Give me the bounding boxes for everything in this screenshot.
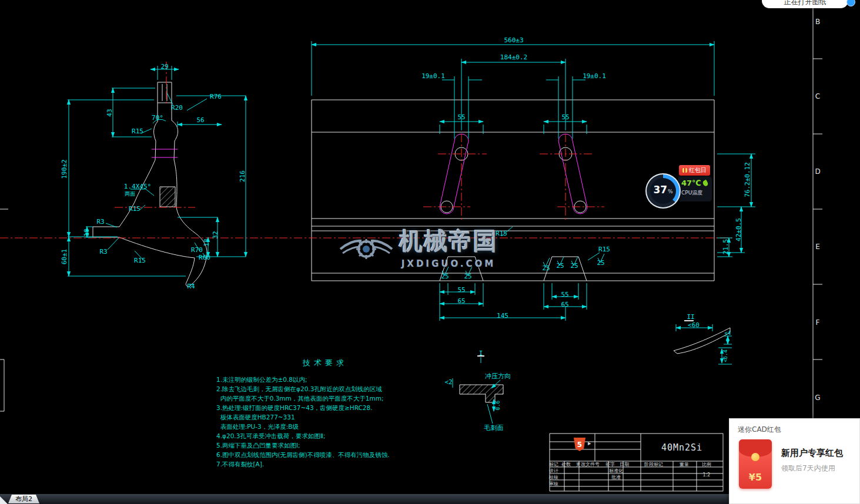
gear-hub: [363, 246, 370, 253]
tech-requirement-line: 4.φ20.3孔可承受冲击载荷，要求如图Ⅱ;: [216, 431, 370, 441]
tech-requirements-title: 技术要求: [303, 358, 347, 368]
tech-requirement-line: 1.未注明的锻制公差为±0.8以内;: [216, 375, 370, 384]
cpu-usage-gauge[interactable]: 37 %: [645, 173, 681, 209]
tech-requirement-line: 3.热处理:锻打面的硬度HRC37~43，齿侧硬度≥HRC28.: [216, 403, 370, 412]
tech-requirement-line: 6.图中双点划线范围内(无屑齿侧)不得喷漆、不得有污物及锈蚀.: [216, 450, 370, 459]
watermark: 机械帝国 JXDIGUO.COM: [338, 225, 498, 269]
tech-requirement-line: 7.不得有裂纹[A].: [216, 459, 370, 469]
layout-tab-label: 布局2: [15, 495, 32, 503]
watermark-title: 机械帝国: [399, 225, 498, 257]
tech-requirements-block: 1.未注明的锻制公差为±0.8以内;2.除去飞边毛刺，无屑齿侧在φ20.3孔附近…: [216, 375, 370, 469]
cpu-usage-percent-unit: %: [668, 189, 673, 194]
watermark-text: 机械帝国 JXDIGUO.COM: [399, 225, 498, 269]
centerlines: [0, 62, 732, 238]
promo-body: ¥5 新用户专享红包 领取后7天内使用: [739, 439, 859, 489]
red-envelope-graphic[interactable]: ¥5: [739, 439, 772, 489]
promo-texts: 新用户专享红包 领取后7天内使用: [781, 439, 843, 473]
tech-requirement-line: 2.除去飞边毛刺，无屑齿侧在φ20.3孔附近的双点划线的区域: [216, 384, 370, 394]
gauge-ring: 37 %: [647, 174, 680, 207]
chevron-right-icon[interactable]: ▸: [588, 439, 591, 447]
promo-subtitle: 领取后7天内使用: [781, 463, 843, 473]
gear-wings-logo: [338, 231, 394, 263]
cpu-temp-value: 47℃: [681, 179, 701, 187]
cpu-usage-percent: 37: [653, 185, 667, 195]
tech-requirement-line: 内的平面度不大于0.3mm，其他表面的平面度不大于1mm;: [216, 394, 370, 403]
corner-triangle: [0, 496, 8, 504]
envelope-amount: ¥5: [739, 472, 772, 483]
gauge-inner: 37 %: [650, 178, 676, 204]
tech-requirement-line: 板体表面硬度HB277~331: [216, 412, 370, 422]
watermark-subtitle: JXDIGUO.COM: [399, 258, 498, 269]
cpu-widget[interactable]: 红包日 47℃ CPU温度 37 %: [645, 165, 715, 207]
cpu-temp-panel: 47℃ CPU温度: [678, 176, 712, 201]
phantom-lines: [152, 134, 587, 214]
cpu-temp-value-row: 47℃: [681, 179, 708, 187]
toast-label: 正在打开图纸: [784, 0, 826, 7]
layout-tab[interactable]: 布局2: [8, 495, 39, 503]
tech-requirement-line: 表面处理:PU-3，光泽度:B级: [216, 422, 370, 431]
red-envelope-day-badge[interactable]: 红包日: [679, 165, 710, 176]
promo-title: 新用户专享红包: [781, 448, 843, 459]
tech-requirement-line: 5.两端下垂及凸凹量要求如图Ⅰ;: [216, 441, 370, 450]
promo-popup[interactable]: 迷你CAD红包 ¥5 新用户专享红包 领取后7天内使用: [729, 418, 860, 504]
shield-5-text: 5: [577, 441, 582, 449]
badge-label: 红包日: [689, 166, 707, 174]
promo-header: 迷你CAD红包: [738, 425, 859, 435]
red-envelope-icon: [682, 168, 687, 173]
cpu-temp-label: CPU温度: [681, 189, 708, 197]
leaf-icon: [702, 179, 709, 187]
opening-drawing-toast: 正在打开图纸: [762, 0, 848, 8]
